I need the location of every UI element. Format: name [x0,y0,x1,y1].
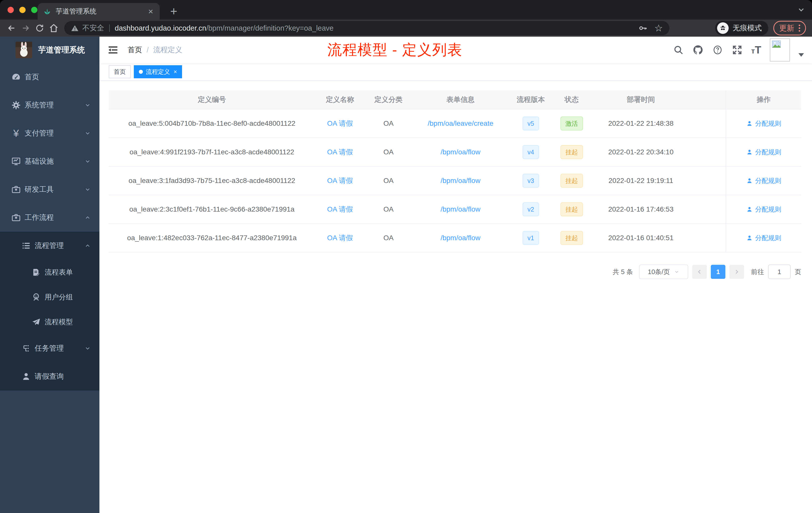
chevron-down-icon [84,102,91,109]
cell-form-link[interactable]: /bpm/oa/flow [412,138,509,166]
font-size-icon[interactable]: тT [751,44,761,56]
breadcrumb-home[interactable]: 首页 [127,45,142,55]
cell-category: OA [365,195,412,223]
sidebar-item-label: 任务管理 [35,343,84,353]
cell-definition-name[interactable]: OA 请假 [315,224,365,252]
next-page-button[interactable] [729,265,744,279]
minimize-window-button[interactable] [19,7,26,13]
assign-rule-link[interactable]: 分配规则 [746,148,781,157]
sidebar-item-leave-query[interactable]: 请假查询 [0,362,99,391]
sidebar-item-process-management[interactable]: 流程管理 [0,232,99,260]
sidebar-item-task-management[interactable]: 任务管理 [0,334,99,362]
assign-rule-link[interactable]: 分配规则 [746,119,781,128]
paper-plane-icon [30,316,42,328]
avatar-dropdown-caret-icon[interactable] [799,53,804,57]
github-icon[interactable] [693,44,703,56]
cell-definition-id: oa_leave:5:004b710b-7b8a-11ec-8ef0-acde4… [109,110,315,138]
assign-rule-link[interactable]: 分配规则 [746,234,781,242]
cell-filler [691,138,726,166]
zoom-window-button[interactable] [31,7,37,13]
cell-action[interactable]: 分配规则 [726,224,801,252]
url-bar[interactable]: 不安全 dashboard.yudao.iocoder.cn/bpm/manag… [64,21,669,35]
sidebar-item-process-model[interactable]: 流程模型 [0,309,99,334]
cell-category: OA [365,138,412,166]
browser-menu-dots-icon[interactable] [799,25,800,32]
avatar-broken-image[interactable] [770,38,790,61]
security-label[interactable]: 不安全 [82,23,104,33]
tag-home[interactable]: 首页 [109,65,131,78]
browser-update-button[interactable]: 更新 [773,21,806,35]
password-key-icon[interactable] [638,23,648,33]
tag-close-icon[interactable]: × [174,68,177,75]
cell-status: 挂起 [553,138,591,166]
active-tag-dot [139,70,143,74]
cell-form-link[interactable]: /bpm/oa/flow [412,224,509,252]
annotation-title: 流程模型 - 定义列表 [327,40,463,60]
cell-definition-name[interactable]: OA 请假 [315,110,365,138]
sidebar-item-payment-management[interactable]: ¥ 支付管理 [0,119,99,147]
chevron-down-icon [84,130,91,137]
incognito-icon [717,22,729,34]
sidebar-item-process-form[interactable]: 流程表单 [0,260,99,284]
fullscreen-icon[interactable] [732,44,743,56]
cell-definition-name[interactable]: OA 请假 [315,195,365,223]
cell-form-link[interactable]: /bpm/oa/flow [412,195,509,223]
sidebar-item-dev-tools[interactable]: 研发工具 [0,175,99,204]
sidebar-item-label: 研发工具 [25,184,84,194]
person-icon [20,370,32,383]
home-icon[interactable] [47,21,61,35]
cell-deploy-time: 2022-01-22 19:19:11 [591,167,691,195]
table-header-deploy-time: 部署时间 [591,90,691,109]
sidebar-item-home[interactable]: 首页 [0,63,99,91]
reload-icon[interactable] [33,21,47,35]
new-tab-button[interactable]: + [166,3,181,19]
bookmark-star-icon[interactable]: ☆ [654,23,663,34]
search-icon[interactable] [673,44,684,56]
help-question-icon[interactable] [712,44,723,56]
page-number-1[interactable]: 1 [711,265,725,279]
sidebar-item-workflow[interactable]: 工作流程 [0,204,99,232]
page-unit-label: 页 [795,268,801,276]
cell-definition-name[interactable]: OA 请假 [315,167,365,195]
cell-action[interactable]: 分配规则 [726,195,801,223]
cell-status: 激活 [553,110,591,138]
goto-page-input[interactable]: 1 [768,265,791,279]
tree-flow-icon [20,342,32,354]
browser-toolbar: 不安全 dashboard.yudao.iocoder.cn/bpm/manag… [0,20,812,37]
tab-close-icon[interactable]: × [147,7,154,16]
page-size-select[interactable]: 10条/页 [639,265,688,279]
table-header-form-info: 表单信息 [412,90,509,109]
cell-action[interactable]: 分配规则 [726,167,801,195]
close-window-button[interactable] [7,7,14,13]
cell-form-link[interactable]: /bpm/oa/flow [412,167,509,195]
cell-action[interactable]: 分配规则 [726,138,801,166]
browser-tab[interactable]: 芋道管理系统 × [38,3,160,20]
back-icon[interactable] [4,21,19,35]
tab-title: 芋道管理系统 [56,7,147,16]
sidebar-logo[interactable]: 芋道管理系统 [0,37,99,63]
assign-rule-link[interactable]: 分配规则 [746,205,781,214]
cell-action[interactable]: 分配规则 [726,110,801,138]
sidebar-item-system-management[interactable]: 系统管理 [0,91,99,119]
cell-status: 挂起 [553,224,591,252]
sidebar-item-label: 流程表单 [45,268,91,277]
assign-rule-link[interactable]: 分配规则 [746,176,781,185]
url-host: dashboard.yudao.iocoder.cn [115,24,206,32]
sidebar-fold-icon[interactable] [108,44,118,56]
sidebar-item-infrastructure[interactable]: 基础设施 [0,147,99,175]
sidebar-item-user-group[interactable]: 用户分组 [0,284,99,309]
table-row: oa_leave:3:1fad3d93-7b75-11ec-a3c8-acde4… [109,167,801,195]
tab-search-chevron-icon[interactable] [797,5,806,14]
gear-icon [10,99,22,111]
version-tag: v2 [522,202,539,216]
cell-form-link[interactable]: /bpm/oa/leave/create [412,110,509,138]
tag-process-definition-active[interactable]: 流程定义 × [134,65,182,78]
cell-definition-id: oa_leave:1:482ec033-762a-11ec-8477-a2380… [109,224,315,252]
cell-version: v3 [509,167,553,195]
forward-icon[interactable] [19,21,33,35]
cell-definition-name[interactable]: OA 请假 [315,138,365,166]
page-size-value: 10条/页 [648,268,670,276]
prev-page-button[interactable] [692,265,707,279]
status-badge: 挂起 [560,231,583,245]
cell-definition-id: oa_leave:2:3c1f0ef1-76b1-11ec-9c66-a2380… [109,195,315,223]
